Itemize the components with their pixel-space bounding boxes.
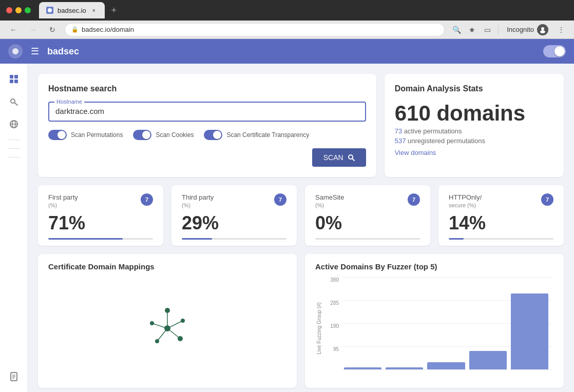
metric-card-samesite: SameSite (%) 7 0%	[305, 185, 430, 246]
toggle-permutations-label: Scan Permutations	[71, 131, 123, 139]
scan-button-label: SCAN	[323, 153, 343, 162]
reload-button[interactable]: ↻	[45, 23, 60, 37]
toggle-permutations: Scan Permutations	[48, 130, 123, 140]
metric-title-col-3: SameSite (%)	[315, 193, 344, 208]
address-actions: 🔍 ★ ▭ Incognito ⋮	[450, 22, 568, 37]
hostname-input-label: Hostname	[54, 99, 84, 105]
metric-subtitle-4a: secure (%)	[449, 202, 482, 208]
incognito-label: Incognito	[507, 26, 534, 33]
address-bar: ← → ↻ 🔒 badsec.io/domain 🔍 ★ ▭ Incognito…	[0, 21, 574, 39]
metric-header-3: SameSite (%) 7	[315, 193, 420, 208]
metric-subtitle-1: (%)	[48, 202, 78, 208]
metric-bar-fill-2	[182, 238, 212, 240]
sidebar-item-file[interactable]	[5, 367, 23, 386]
svg-point-29	[150, 321, 154, 325]
close-traffic-light[interactable]	[6, 7, 12, 13]
bars-container	[344, 277, 548, 369]
metric-title-3: SameSite	[315, 193, 344, 201]
bookmark-icon[interactable]: ★	[465, 23, 479, 36]
minimize-traffic-light[interactable]	[15, 7, 22, 13]
metric-header-2: Third party (%) 7	[182, 193, 286, 208]
fuzzer-card: Active Domains By Fuzzer (top 5) 380 285…	[305, 254, 564, 388]
url-bar[interactable]: 🔒 badsec.io/domain	[65, 23, 445, 36]
svg-point-0	[48, 8, 52, 12]
y-label-380: 380	[330, 277, 339, 283]
new-tab-button[interactable]: +	[107, 3, 121, 17]
sidebar-item-dashboard[interactable]	[5, 70, 23, 88]
main-layout: Hostname search Hostname Scan Permutatio…	[0, 64, 574, 392]
sidebar-divider-3	[8, 157, 20, 158]
metric-value-4: 14%	[449, 212, 553, 234]
active-count: 73	[395, 127, 402, 135]
cert-visualization	[48, 277, 286, 380]
hamburger-menu[interactable]: ☰	[31, 46, 39, 57]
grid-line-5	[342, 369, 553, 370]
active-tab[interactable]: badsec.io ×	[39, 2, 105, 18]
url-text: badsec.io/domain	[82, 26, 134, 33]
metric-title-col-1: First party (%)	[48, 193, 78, 208]
svg-line-18	[352, 159, 354, 161]
more-button[interactable]: ⋮	[554, 23, 568, 36]
bottom-cards-row: Certificate Domain Mappings	[38, 254, 564, 388]
metric-header-4: HTTPOnly/ secure (%) 7	[449, 193, 553, 208]
metric-cards-row: First party (%) 7 71% Third party	[38, 185, 564, 246]
svg-point-23	[181, 319, 185, 323]
toggle-knob	[554, 46, 565, 56]
metric-title-col-4: HTTPOnly/ secure (%)	[449, 193, 482, 208]
fuzzer-card-title: Active Domains By Fuzzer (top 5)	[315, 262, 553, 271]
metric-subtitle-2: (%)	[182, 202, 214, 208]
search-icon[interactable]: 🔍	[450, 23, 463, 36]
metric-bar-1	[48, 238, 153, 240]
big-number: 610 domains	[395, 102, 553, 125]
scan-search-icon	[348, 154, 355, 161]
cert-domain-card: Certificate Domain Mappings	[38, 254, 297, 388]
svg-rect-5	[14, 75, 18, 79]
sidebar-item-key[interactable]	[5, 92, 23, 111]
bar-1	[344, 367, 381, 369]
hostname-input-wrapper: Hostname	[48, 102, 366, 122]
metric-value-2: 29%	[182, 212, 286, 234]
metric-card-first-party: First party (%) 7 71%	[38, 185, 163, 246]
tab-bar: badsec.io × +	[39, 2, 568, 18]
scan-button[interactable]: SCAN	[312, 148, 366, 167]
svg-rect-7	[14, 80, 18, 83]
metric-subtitle-3: (%)	[315, 202, 344, 208]
toggle-cookies: Scan Cookies	[133, 130, 194, 140]
traffic-lights	[6, 7, 31, 13]
svg-point-21	[165, 308, 170, 313]
tab-title: badsec.io	[58, 7, 86, 14]
toggle-cert-transparency: Scan Certificate Transparency	[204, 130, 309, 140]
metric-bar-2	[182, 238, 286, 240]
toggle-knob-1	[58, 131, 66, 139]
scan-cookies-toggle[interactable]	[133, 130, 151, 140]
metric-bar-3	[315, 238, 420, 240]
svg-line-28	[152, 323, 167, 328]
metric-badge-1: 7	[141, 193, 153, 206]
scan-permutations-toggle[interactable]	[48, 130, 67, 140]
scan-cert-transparency-toggle[interactable]	[204, 130, 222, 140]
hostname-card: Hostname search Hostname Scan Permutatio…	[38, 74, 376, 177]
toggle-cookies-label: Scan Cookies	[156, 131, 194, 139]
hostname-input[interactable]	[55, 106, 359, 116]
sidebar-divider-2	[8, 148, 20, 149]
metric-title-4: HTTPOnly/	[449, 193, 482, 201]
theme-toggle[interactable]	[543, 45, 566, 57]
metric-title-col-2: Third party (%)	[182, 193, 214, 208]
sidebar-item-globe[interactable]	[5, 115, 23, 133]
hostname-card-title: Hostname search	[48, 84, 366, 93]
app-title: badsec	[47, 46, 79, 57]
back-button[interactable]: ←	[6, 23, 21, 37]
svg-line-9	[14, 103, 17, 105]
svg-line-26	[157, 328, 167, 341]
svg-rect-6	[10, 80, 13, 83]
metric-badge-3: 7	[408, 193, 420, 206]
toggles-row: Scan Permutations Scan Cookies	[48, 130, 366, 140]
bar-2	[386, 367, 423, 369]
view-domains-link[interactable]: View domains	[395, 149, 436, 156]
cast-icon[interactable]: ▭	[481, 23, 494, 36]
tab-close-button[interactable]: ×	[90, 7, 98, 14]
svg-point-3	[12, 48, 18, 54]
forward-button[interactable]: →	[26, 23, 40, 37]
top-cards-row: Hostname search Hostname Scan Permutatio…	[38, 74, 564, 177]
fullscreen-traffic-light[interactable]	[25, 7, 31, 13]
